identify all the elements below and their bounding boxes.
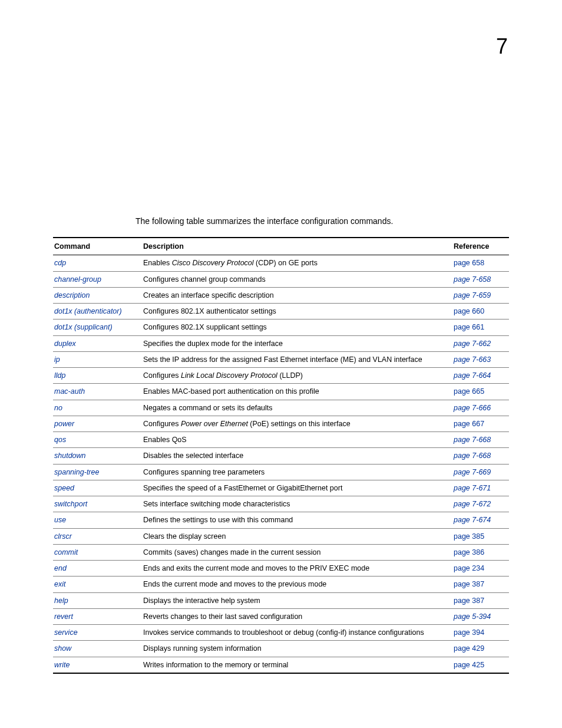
- description-text: Writes information to the memory or term…: [143, 661, 288, 669]
- command-link[interactable]: duplex: [54, 340, 76, 348]
- page: 7 The following table summarizes the int…: [0, 0, 562, 728]
- command-link[interactable]: no: [54, 404, 62, 412]
- reference-link[interactable]: page 394: [454, 628, 484, 637]
- description-text: Displays running system information: [143, 644, 262, 653]
- reference-link[interactable]: page 7-668: [454, 452, 491, 460]
- reference-link[interactable]: page 5-394: [454, 612, 491, 621]
- description-cell: Sets the IP address for the assigned Fas…: [142, 351, 452, 367]
- description-text: Enables QoS: [143, 436, 187, 444]
- description-text: Enables MAC-based port authentication on…: [143, 387, 319, 396]
- command-link[interactable]: write: [54, 661, 70, 669]
- reference-link[interactable]: page 387: [454, 580, 484, 588]
- table-row: revertReverts changes to their last save…: [53, 608, 509, 624]
- reference-link[interactable]: page 7-671: [454, 484, 491, 492]
- reference-link[interactable]: page 387: [454, 597, 484, 605]
- description-cell: Negates a command or sets its defaults: [142, 400, 452, 416]
- command-link[interactable]: switchport: [54, 500, 87, 508]
- table-row: lldpConfigures Link Local Discovery Prot…: [53, 368, 509, 384]
- description-text: Configures 802.1X supplicant settings: [143, 323, 267, 331]
- table-row: channel-groupConfigures channel group co…: [53, 271, 509, 287]
- reference-link[interactable]: page 7-668: [454, 436, 491, 444]
- command-link[interactable]: service: [54, 628, 78, 637]
- command-link[interactable]: use: [54, 516, 66, 524]
- description-cell: Enables Cisco Discovery Protocol (CDP) o…: [142, 255, 452, 271]
- command-link[interactable]: commit: [54, 548, 78, 556]
- description-cell: Specifies the speed of a FastEthernet or…: [142, 480, 452, 496]
- reference-link[interactable]: page 661: [454, 323, 484, 331]
- description-text: Specifies the duplex mode for the interf…: [143, 340, 283, 348]
- command-link[interactable]: ip: [54, 355, 60, 364]
- command-link[interactable]: revert: [54, 612, 73, 621]
- description-text: Configures 802.1X authenticator settings: [143, 307, 276, 315]
- description-cell: Configures spanning tree parameters: [142, 464, 452, 480]
- description-cell: Commits (saves) changes made in the curr…: [142, 544, 452, 560]
- reference-link[interactable]: page 7-663: [454, 355, 491, 364]
- table-row: cdpEnables Cisco Discovery Protocol (CDP…: [53, 255, 509, 271]
- description-text: Invokes service commands to troubleshoot…: [143, 628, 424, 637]
- description-text: Disables the selected interface: [143, 452, 243, 460]
- reference-link[interactable]: page 7-662: [454, 340, 491, 348]
- command-link[interactable]: dot1x (authenticator): [54, 307, 122, 315]
- reference-link[interactable]: page 665: [454, 387, 484, 396]
- description-text: Creates an interface specific descriptio…: [143, 291, 274, 299]
- command-link[interactable]: channel-group: [54, 275, 101, 284]
- reference-link[interactable]: page 7-664: [454, 371, 491, 380]
- table-row: shutdownDisables the selected interfacep…: [53, 448, 509, 464]
- description-text: Ends the current mode and moves to the p…: [143, 580, 326, 588]
- description-text: Displays the interactive help system: [143, 597, 260, 605]
- description-cell: Defines the settings to use with this co…: [142, 512, 452, 528]
- description-cell: Invokes service commands to troubleshoot…: [142, 625, 452, 641]
- description-emphasis: Power over Ethernet: [181, 420, 248, 428]
- reference-link[interactable]: page 7-669: [454, 468, 491, 476]
- table-row: duplexSpecifies the duplex mode for the …: [53, 335, 509, 351]
- description-text: Commits (saves) changes made in the curr…: [143, 548, 321, 556]
- reference-link[interactable]: page 7-659: [454, 291, 491, 299]
- reference-link[interactable]: page 425: [454, 661, 484, 669]
- table-row: spanning-treeConfigures spanning tree pa…: [53, 464, 509, 480]
- command-link[interactable]: shutdown: [54, 452, 86, 460]
- reference-link[interactable]: page 386: [454, 548, 484, 556]
- description-text: Configures spanning tree parameters: [143, 468, 265, 476]
- command-link[interactable]: exit: [54, 580, 65, 588]
- description-cell: Disables the selected interface: [142, 448, 452, 464]
- command-link[interactable]: end: [54, 564, 67, 572]
- command-link[interactable]: spanning-tree: [54, 468, 99, 476]
- command-link[interactable]: help: [54, 597, 68, 605]
- description-text: Negates a command or sets its defaults: [143, 404, 273, 412]
- description-text: Clears the display screen: [143, 532, 226, 541]
- chapter-number: 7: [496, 33, 508, 61]
- description-text: Defines the settings to use with this co…: [143, 516, 293, 524]
- reference-link[interactable]: page 429: [454, 644, 484, 653]
- col-header-description: Description: [142, 238, 452, 255]
- reference-link[interactable]: page 7-658: [454, 275, 491, 284]
- reference-link[interactable]: page 658: [454, 259, 484, 267]
- table-row: mac-authEnables MAC-based port authentic…: [53, 384, 509, 400]
- command-link[interactable]: show: [54, 644, 71, 653]
- table-row: serviceInvokes service commands to troub…: [53, 625, 509, 641]
- description-cell: Displays the interactive help system: [142, 592, 452, 608]
- command-link[interactable]: dot1x (supplicant): [54, 323, 113, 331]
- reference-link[interactable]: page 660: [454, 307, 484, 315]
- command-link[interactable]: description: [54, 291, 90, 299]
- reference-link[interactable]: page 7-674: [454, 516, 491, 524]
- description-text: (LLDP): [277, 371, 303, 380]
- reference-link[interactable]: page 7-666: [454, 404, 491, 412]
- command-link[interactable]: cdp: [54, 259, 66, 267]
- reference-link[interactable]: page 667: [454, 420, 484, 428]
- reference-link[interactable]: page 7-672: [454, 500, 491, 508]
- description-emphasis: Link Local Discovery Protocol: [181, 371, 277, 380]
- reference-link[interactable]: page 385: [454, 532, 484, 541]
- command-link[interactable]: lldp: [54, 371, 65, 380]
- description-cell: Ends the current mode and moves to the p…: [142, 577, 452, 592]
- command-link[interactable]: power: [54, 420, 74, 428]
- reference-link[interactable]: page 234: [454, 564, 484, 572]
- table-row: useDefines the settings to use with this…: [53, 512, 509, 528]
- command-link[interactable]: clrscr: [54, 532, 72, 541]
- command-link[interactable]: mac-auth: [54, 387, 85, 396]
- description-cell: Clears the display screen: [142, 528, 452, 544]
- table-row: powerConfigures Power over Ethernet (PoE…: [53, 416, 509, 431]
- command-link[interactable]: speed: [54, 484, 74, 492]
- description-cell: Reverts changes to their last saved conf…: [142, 608, 452, 624]
- table-row: showDisplays running system informationp…: [53, 641, 509, 657]
- command-link[interactable]: qos: [54, 436, 66, 444]
